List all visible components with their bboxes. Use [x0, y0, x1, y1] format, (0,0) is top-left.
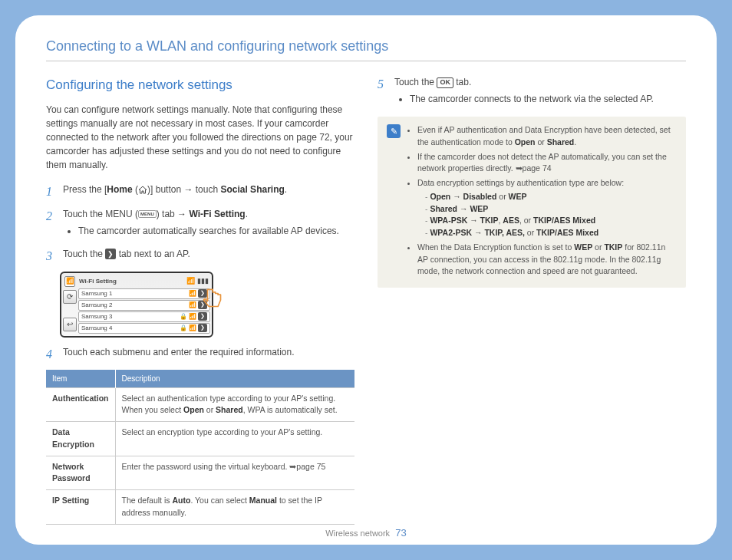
step-number: 3	[46, 247, 55, 265]
step-bullet: The camcorder connects to the network vi…	[410, 92, 686, 106]
step-number: 2	[46, 207, 55, 226]
step-body: Touch the OK tab. The camcorder connects…	[394, 75, 686, 109]
page-footer: Wireless network 73	[15, 527, 717, 539]
wifi-row: Samsung 3🔒 📶❯	[78, 311, 210, 322]
chevron-right-icon: ❯	[198, 324, 207, 332]
refresh-icon: ⟳	[63, 290, 77, 304]
page-title: Connecting to a WLAN and configuring net…	[46, 38, 686, 61]
step-3: 3 Touch the ❯ tab next to an AP.	[46, 247, 354, 265]
step-body: Touch each submenu and enter the require…	[63, 345, 354, 359]
chevron-right-icon: ❯	[105, 249, 116, 259]
step-bullet: The camcorder automatically searches for…	[78, 224, 354, 238]
wifi-list: Samsung 1📶❯ Samsung 2📶❯ Samsung 3🔒 📶❯ Sa…	[78, 288, 210, 334]
step-2: 2 Touch the MENU (MENU) tab → Wi-Fi Sett…	[46, 207, 354, 241]
footer-section: Wireless network	[325, 529, 390, 538]
step-number: 4	[46, 345, 55, 364]
note-box: ✎ Even if AP authentication and Data Enc…	[378, 117, 686, 288]
note-icon: ✎	[387, 124, 401, 138]
step-body: Press the [Home ()] button → touch Socia…	[63, 183, 354, 196]
wifi-row: Samsung 4🔒 📶❯	[78, 323, 210, 334]
step-4: 4 Touch each submenu and enter the requi…	[46, 345, 354, 364]
table-row: Network PasswordEnter the password using…	[46, 456, 354, 490]
wifi-icon: 📶	[64, 276, 75, 287]
back-icon: ↩	[63, 318, 77, 331]
wifi-setting-screenshot: 📶 Wi-Fi Setting 📶 ▮▮▮ ⟳ ↩ Samsung 1📶❯ Sa…	[60, 272, 213, 338]
battery-icon: 📶 ▮▮▮	[186, 276, 209, 287]
table-header: Item	[46, 370, 115, 388]
step-number: 5	[378, 75, 387, 94]
table-row: AuthenticationSelect an authentication t…	[46, 387, 354, 422]
wifi-row: Samsung 2📶❯	[78, 300, 210, 311]
step-number: 1	[46, 183, 55, 201]
table-row: IP SettingThe default is Auto. You can s…	[46, 490, 354, 525]
right-column: 5 Touch the OK tab. The camcorder connec…	[378, 75, 686, 525]
manual-page: Connecting to a WLAN and configuring net…	[15, 15, 717, 545]
intro-text: You can configure network settings manua…	[46, 103, 354, 172]
step-body: Touch the MENU (MENU) tab → Wi-Fi Settin…	[63, 207, 354, 241]
wifi-panel-title: Wi-Fi Setting	[77, 277, 186, 286]
two-column-layout: Configuring the network settings You can…	[46, 75, 686, 525]
wifi-row: Samsung 1📶❯	[78, 288, 210, 299]
home-icon	[138, 186, 147, 194]
encryption-list: - Open → Disabled or WEP - Shared → WEP …	[417, 191, 677, 239]
ok-icon: OK	[437, 77, 453, 88]
table-row: Data EncryptionSelect an encryption type…	[46, 422, 354, 456]
step-5: 5 Touch the OK tab. The camcorder connec…	[378, 75, 686, 109]
step-body: Touch the ❯ tab next to an AP.	[63, 247, 354, 261]
settings-table: ItemDescription AuthenticationSelect an …	[46, 370, 354, 525]
note-list: Even if AP authentication and Data Encry…	[417, 124, 677, 280]
step-1: 1 Press the [Home ()] button → touch Soc…	[46, 183, 354, 201]
page-number: 73	[395, 527, 406, 539]
menu-icon: MENU	[138, 210, 157, 218]
touch-gesture-icon	[201, 287, 227, 316]
table-header: Description	[115, 370, 354, 388]
section-heading: Configuring the network settings	[46, 75, 354, 95]
left-column: Configuring the network settings You can…	[46, 75, 354, 525]
